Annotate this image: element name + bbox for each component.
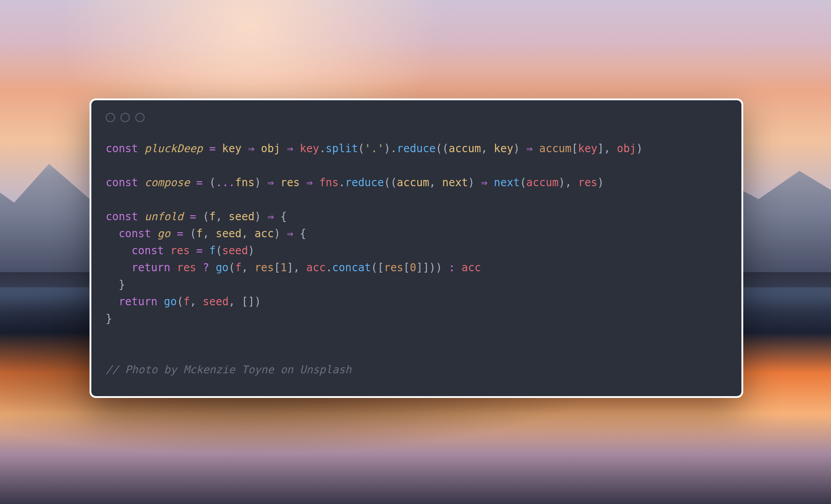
code-token-call: go xyxy=(216,261,229,274)
code-token-pun: , xyxy=(429,176,442,189)
code-token-pr: f xyxy=(209,210,215,223)
code-token-pun xyxy=(313,176,319,189)
code-token-pun: [ xyxy=(403,261,410,274)
code-token-pun: ( xyxy=(209,176,215,189)
minimize-icon[interactable] xyxy=(120,113,130,122)
code-token-pun xyxy=(488,176,494,189)
code-token-pr: accum xyxy=(397,176,429,189)
code-token-pr: key xyxy=(222,142,241,155)
code-token-id: seed xyxy=(203,295,229,308)
code-token-pun: ( xyxy=(216,244,222,257)
code-token-op: = xyxy=(190,244,209,257)
code-token-obj: res xyxy=(254,261,274,274)
code-token-pun: ([ xyxy=(371,261,384,274)
code-token-ar: ⇒ xyxy=(306,176,313,189)
code-token-pun: , xyxy=(481,142,494,155)
code-token-pun xyxy=(455,261,461,274)
code-token-fn: unfold xyxy=(145,210,184,223)
code-token-pun xyxy=(106,227,119,240)
code-token-pun: , xyxy=(216,210,229,223)
code-token-pun xyxy=(300,176,306,189)
code-token-call: reduce xyxy=(345,176,384,189)
code-token-pun: ] xyxy=(287,261,293,274)
code-token-pun: , xyxy=(293,261,306,274)
code-token-pun: { xyxy=(293,227,306,240)
code-token-pr: next xyxy=(442,176,468,189)
code-window: const pluckDeep = key ⇒ obj ⇒ key.split(… xyxy=(90,98,743,398)
code-token-pr: acc xyxy=(254,227,274,240)
code-token-pr: key xyxy=(494,142,513,155)
code-token-pun: , []) xyxy=(229,295,261,308)
code-token-id: acc xyxy=(306,261,326,274)
code-token-id: f xyxy=(235,261,241,274)
code-token-pun xyxy=(196,261,202,274)
code-token-cmt: // Photo by Mckenzie Toyne on Unsplash xyxy=(106,363,351,376)
code-token-pun: . xyxy=(326,261,332,274)
code-token-call: f xyxy=(209,244,215,257)
code-token-kw: const xyxy=(106,210,145,223)
code-token-num: 0 xyxy=(410,261,416,274)
code-token-pun: ( xyxy=(520,176,526,189)
code-token-pr: seed xyxy=(216,227,242,240)
code-token-id: res xyxy=(578,176,597,189)
code-token-pun: ]])) xyxy=(416,261,442,274)
code-token-kw: const xyxy=(106,176,145,189)
code-token-pun xyxy=(241,142,248,155)
window-controls xyxy=(106,113,727,122)
code-token-pun xyxy=(254,142,261,155)
code-token-pun: , xyxy=(241,261,254,274)
code-token-num: 1 xyxy=(280,261,287,274)
code-token-pun xyxy=(533,142,539,155)
code-token-call: split xyxy=(326,142,358,155)
code-token-op: = xyxy=(203,142,222,155)
code-editor[interactable]: const pluckDeep = key ⇒ obj ⇒ key.split(… xyxy=(106,140,727,378)
code-token-pr: fns xyxy=(235,176,254,189)
code-token-pun: ] xyxy=(597,142,604,155)
code-token-id: res xyxy=(177,261,196,274)
code-token-pun: , xyxy=(203,227,216,240)
code-token-pun: ( xyxy=(190,227,196,240)
code-token-op: = xyxy=(190,176,209,189)
code-token-pun xyxy=(293,142,300,155)
code-token-pun: [ xyxy=(572,142,578,155)
code-token-pun: , xyxy=(241,227,254,240)
code-token-pun: ) xyxy=(468,176,481,189)
code-token-ar: ⇒ xyxy=(287,142,293,155)
code-token-ar: ⇒ xyxy=(526,142,532,155)
code-token-pun: (( xyxy=(436,142,449,155)
code-token-op: ? xyxy=(203,261,209,274)
zoom-icon[interactable] xyxy=(135,113,145,122)
code-token-id: res xyxy=(171,244,190,257)
code-token-obj: accum xyxy=(539,142,571,155)
code-token-kw: return xyxy=(132,261,177,274)
code-token-pr: obj xyxy=(261,142,280,155)
code-token-fn: go xyxy=(158,227,171,240)
code-token-pun: } xyxy=(106,278,125,291)
code-token-pun: , xyxy=(565,176,578,189)
code-token-pun: ) xyxy=(248,244,254,257)
code-token-pun: , xyxy=(604,142,617,155)
code-token-pun: ( xyxy=(358,142,364,155)
code-token-pun xyxy=(280,142,287,155)
code-token-pun: ) xyxy=(636,142,643,155)
code-token-id: fns xyxy=(319,176,338,189)
close-icon[interactable] xyxy=(106,113,115,122)
code-token-pun: ( xyxy=(177,295,183,308)
code-token-pun xyxy=(209,261,215,274)
code-token-str: '.' xyxy=(364,142,384,155)
code-token-pun: { xyxy=(274,210,287,223)
code-token-id: accum xyxy=(526,176,558,189)
code-token-id: f xyxy=(183,295,189,308)
code-token-pun xyxy=(442,261,449,274)
code-token-id: acc xyxy=(462,261,481,274)
code-token-kw: const xyxy=(119,227,158,240)
code-token-pun xyxy=(106,295,119,308)
code-token-pun: ) xyxy=(254,176,267,189)
code-token-pun: ) xyxy=(254,210,267,223)
code-token-pun: . xyxy=(338,176,345,189)
code-token-kw: const xyxy=(106,142,145,155)
code-token-pr: accum xyxy=(449,142,481,155)
code-token-pr: res xyxy=(280,176,300,189)
code-token-pun: ) xyxy=(559,176,565,189)
code-token-pun: ) xyxy=(513,142,526,155)
